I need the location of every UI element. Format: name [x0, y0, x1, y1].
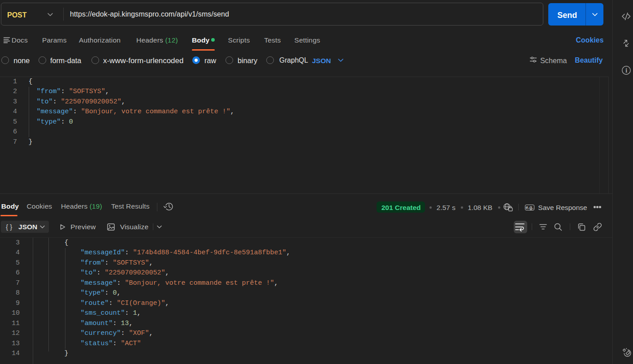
svg-text:i: i — [625, 67, 627, 74]
